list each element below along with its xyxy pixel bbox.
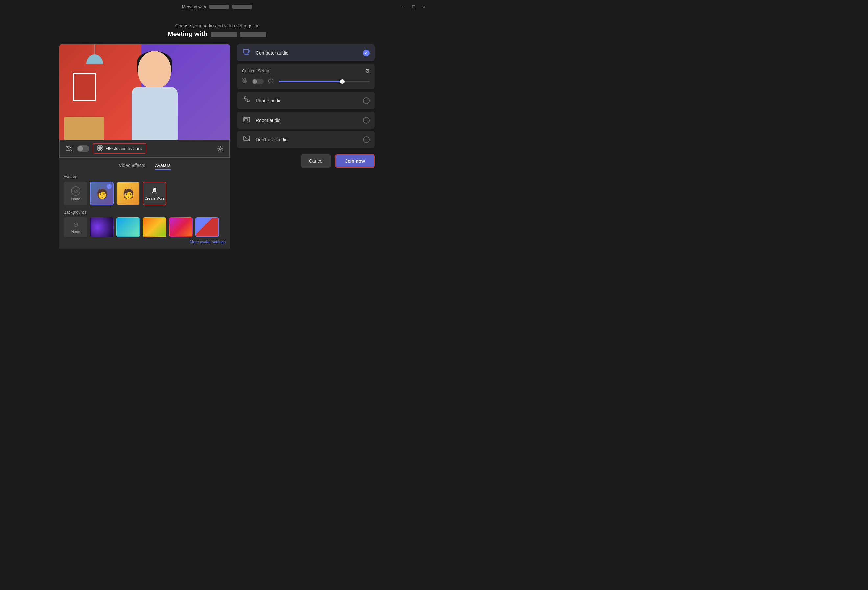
room-audio-option[interactable]: Room audio <box>237 112 375 128</box>
mic-muted-icon <box>242 78 247 85</box>
tab-video-effects[interactable]: Video effects <box>119 163 145 170</box>
ceiling-lamp-decor <box>85 44 105 71</box>
computer-audio-label: Computer audio <box>256 50 359 56</box>
tabs-row: Video effects Avatars <box>64 163 226 170</box>
phone-audio-icon <box>242 96 251 105</box>
create-more-label: Create More <box>144 196 164 200</box>
titlebar-name-blur2 <box>232 4 252 9</box>
svg-point-7 <box>219 148 221 150</box>
svg-point-6 <box>100 148 102 150</box>
room-audio-icon <box>242 117 251 124</box>
custom-setup-label: Custom Setup <box>242 68 269 73</box>
svg-rect-3 <box>97 146 100 148</box>
camera-off-icon[interactable] <box>65 144 74 153</box>
meeting-header: Choose your audio and video settings for… <box>168 23 266 38</box>
avatar-figure <box>122 51 187 140</box>
bg-option-5-selected[interactable] <box>195 217 219 237</box>
titlebar-controls: − □ × <box>399 2 429 11</box>
sliders-icon[interactable]: ⚙ <box>365 68 369 74</box>
avatar-none-label: None <box>71 197 80 201</box>
left-frame-decor <box>73 73 96 101</box>
backgrounds-section-label: Backgrounds <box>64 210 226 215</box>
volume-thumb <box>340 79 345 84</box>
avatar-head <box>138 51 171 89</box>
meeting-title: Meeting with <box>168 30 266 38</box>
svg-rect-5 <box>97 148 100 150</box>
avatar-check-icon: ✓ <box>106 184 112 189</box>
custom-setup-header: Custom Setup ⚙ <box>242 68 369 74</box>
create-more-avatar-button[interactable]: Create More <box>143 182 166 205</box>
bg-option-4[interactable] <box>169 217 193 237</box>
video-settings-icon[interactable] <box>216 144 225 153</box>
mic-toggle[interactable] <box>252 78 264 84</box>
avatar-none[interactable]: ⊘ None <box>64 182 87 205</box>
computer-audio-icon <box>242 49 251 56</box>
video-preview <box>59 44 230 140</box>
bg-option-3[interactable] <box>143 217 166 237</box>
titlebar-name-blur <box>209 4 229 9</box>
room-audio-label: Room audio <box>256 118 359 123</box>
avatar-option-2[interactable]: 🧑 <box>117 182 140 205</box>
titlebar: Meeting with − □ × <box>0 0 434 13</box>
phone-audio-radio <box>363 97 369 104</box>
controls-bar: Effects and avatars <box>59 140 230 158</box>
avatar-grid: ⊘ None ✓ 🧑 🧑 <box>64 182 226 205</box>
drawers-decor <box>65 117 104 140</box>
none-circle-icon: ⊘ <box>71 186 80 196</box>
volume-slider[interactable] <box>279 81 369 82</box>
phone-audio-label: Phone audio <box>256 98 359 103</box>
right-panel: Computer audio ✓ Custom Setup ⚙ <box>237 44 375 168</box>
titlebar-title: Meeting with <box>182 4 252 9</box>
no-audio-radio <box>363 136 369 143</box>
camera-toggle[interactable] <box>77 145 89 152</box>
bg-option-2[interactable] <box>117 217 140 237</box>
tab-avatars[interactable]: Avatars <box>155 163 171 170</box>
custom-setup-panel: Custom Setup ⚙ <box>237 64 375 89</box>
svg-line-17 <box>244 136 249 141</box>
effects-avatars-button[interactable]: Effects and avatars <box>93 143 146 154</box>
computer-audio-check: ✓ <box>363 50 369 56</box>
bg-none-label: None <box>71 230 80 234</box>
more-avatar-settings-link[interactable]: More avatar settings <box>64 240 226 244</box>
effects-icon <box>97 145 103 152</box>
close-button[interactable]: × <box>419 2 429 11</box>
computer-audio-option[interactable]: Computer audio ✓ <box>237 44 375 61</box>
cancel-button[interactable]: Cancel <box>301 155 331 168</box>
audio-controls-row <box>242 78 369 85</box>
titlebar-title-text: Meeting with <box>182 4 206 9</box>
left-panel: Effects and avatars Video effects Avatar… <box>59 44 230 249</box>
avatars-section-label: Avatars <box>64 174 226 179</box>
speaker-icon <box>268 78 274 85</box>
meeting-name-blur1 <box>211 32 237 37</box>
avatar-selected[interactable]: ✓ 🧑 <box>90 182 114 205</box>
minimize-button[interactable]: − <box>399 2 408 11</box>
room-audio-radio <box>363 117 369 124</box>
no-audio-label: Don't use audio <box>256 137 359 142</box>
bg-none[interactable]: ⊘ None <box>64 217 87 237</box>
phone-audio-option[interactable]: Phone audio <box>237 92 375 109</box>
main-content: Choose your audio and video settings for… <box>0 13 434 249</box>
no-audio-icon <box>242 136 251 143</box>
backgrounds-grid: ⊘ None <box>64 217 226 237</box>
svg-rect-10 <box>243 49 249 53</box>
maximize-button[interactable]: □ <box>409 2 418 11</box>
meeting-subtitle: Choose your audio and video settings for <box>168 23 266 28</box>
svg-rect-4 <box>100 146 102 148</box>
bg-option-1[interactable] <box>90 217 114 237</box>
action-buttons: Cancel Join now <box>237 155 375 168</box>
join-now-button[interactable]: Join now <box>335 155 375 168</box>
volume-fill <box>279 81 342 82</box>
no-audio-option[interactable]: Don't use audio <box>237 131 375 148</box>
meeting-name-blur2 <box>240 32 266 37</box>
effects-button-label: Effects and avatars <box>105 146 142 151</box>
effects-panel: Video effects Avatars Avatars ⊘ None ✓ 🧑 <box>59 158 230 249</box>
avatar-body <box>131 87 177 140</box>
svg-rect-15 <box>245 118 247 121</box>
content-row: Effects and avatars Video effects Avatar… <box>59 44 375 249</box>
